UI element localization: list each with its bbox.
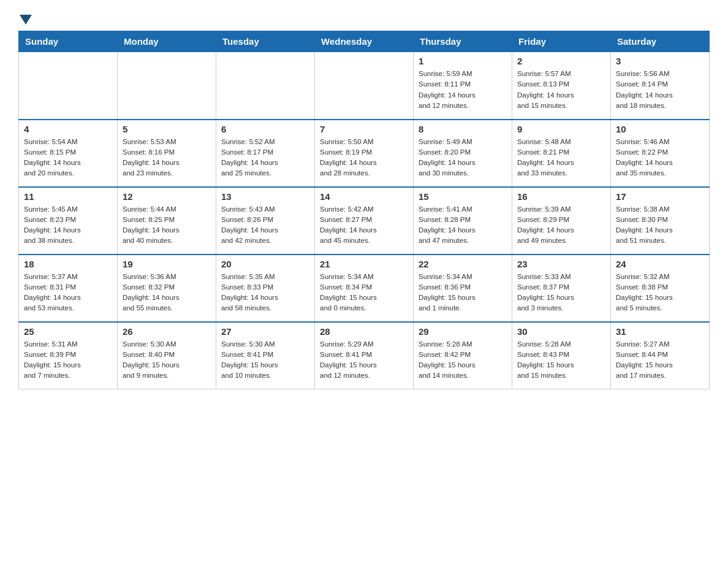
calendar-cell: 1Sunrise: 5:59 AMSunset: 8:11 PMDaylight…	[414, 52, 512, 120]
day-number: 20	[221, 259, 309, 269]
calendar-cell: 21Sunrise: 5:34 AMSunset: 8:34 PMDayligh…	[315, 255, 414, 322]
column-header-sunday: Sunday	[19, 31, 118, 52]
logo	[18, 12, 32, 25]
calendar-cell: 5Sunrise: 5:53 AMSunset: 8:16 PMDaylight…	[118, 120, 216, 187]
calendar-cell: 31Sunrise: 5:27 AMSunset: 8:44 PMDayligh…	[611, 322, 710, 389]
day-number: 11	[24, 191, 112, 202]
day-number: 6	[221, 124, 309, 134]
day-info: Sunrise: 5:57 AMSunset: 8:13 PMDaylight:…	[517, 69, 605, 111]
calendar-cell: 7Sunrise: 5:50 AMSunset: 8:19 PMDaylight…	[315, 120, 414, 187]
day-number: 15	[419, 191, 507, 202]
day-number: 9	[517, 124, 605, 134]
day-info: Sunrise: 5:27 AMSunset: 8:44 PMDaylight:…	[616, 339, 704, 381]
day-info: Sunrise: 5:53 AMSunset: 8:16 PMDaylight:…	[123, 137, 211, 179]
day-info: Sunrise: 5:56 AMSunset: 8:14 PMDaylight:…	[616, 69, 704, 111]
day-number: 3	[616, 56, 704, 66]
day-info: Sunrise: 5:41 AMSunset: 8:28 PMDaylight:…	[419, 204, 507, 247]
day-number: 18	[24, 259, 112, 269]
column-header-tuesday: Tuesday	[216, 31, 315, 52]
calendar-cell: 13Sunrise: 5:43 AMSunset: 8:26 PMDayligh…	[216, 187, 315, 255]
day-info: Sunrise: 5:28 AMSunset: 8:42 PMDaylight:…	[419, 339, 507, 381]
day-info: Sunrise: 5:54 AMSunset: 8:15 PMDaylight:…	[24, 137, 112, 179]
day-number: 21	[320, 259, 408, 269]
day-info: Sunrise: 5:42 AMSunset: 8:27 PMDaylight:…	[320, 204, 408, 247]
day-number: 13	[221, 191, 309, 202]
calendar-cell	[216, 52, 315, 120]
calendar-header-row: SundayMondayTuesdayWednesdayThursdayFrid…	[19, 31, 710, 52]
day-info: Sunrise: 5:48 AMSunset: 8:21 PMDaylight:…	[517, 137, 605, 179]
day-info: Sunrise: 5:49 AMSunset: 8:20 PMDaylight:…	[419, 137, 507, 179]
calendar-cell: 10Sunrise: 5:46 AMSunset: 8:22 PMDayligh…	[611, 120, 710, 187]
day-info: Sunrise: 5:32 AMSunset: 8:38 PMDaylight:…	[616, 272, 704, 314]
page-header	[18, 12, 710, 25]
calendar-cell: 20Sunrise: 5:35 AMSunset: 8:33 PMDayligh…	[216, 255, 315, 322]
calendar-cell	[315, 52, 414, 120]
day-number: 22	[419, 259, 507, 269]
day-number: 31	[616, 326, 704, 337]
calendar-cell: 19Sunrise: 5:36 AMSunset: 8:32 PMDayligh…	[118, 255, 216, 322]
calendar-cell: 9Sunrise: 5:48 AMSunset: 8:21 PMDaylight…	[512, 120, 611, 187]
day-info: Sunrise: 5:30 AMSunset: 8:41 PMDaylight:…	[221, 339, 309, 381]
day-number: 14	[320, 191, 408, 202]
logo-arrow-icon	[20, 15, 32, 25]
day-number: 26	[123, 326, 211, 337]
column-header-wednesday: Wednesday	[315, 31, 414, 52]
day-info: Sunrise: 5:43 AMSunset: 8:26 PMDaylight:…	[221, 204, 309, 247]
calendar-cell: 4Sunrise: 5:54 AMSunset: 8:15 PMDaylight…	[19, 120, 118, 187]
calendar-week-row: 18Sunrise: 5:37 AMSunset: 8:31 PMDayligh…	[19, 255, 710, 322]
day-info: Sunrise: 5:33 AMSunset: 8:37 PMDaylight:…	[517, 272, 605, 314]
day-number: 28	[320, 326, 408, 337]
day-info: Sunrise: 5:50 AMSunset: 8:19 PMDaylight:…	[320, 137, 408, 179]
day-info: Sunrise: 5:35 AMSunset: 8:33 PMDaylight:…	[221, 272, 309, 314]
day-info: Sunrise: 5:44 AMSunset: 8:25 PMDaylight:…	[123, 204, 211, 247]
calendar-cell: 29Sunrise: 5:28 AMSunset: 8:42 PMDayligh…	[414, 322, 512, 389]
day-number: 7	[320, 124, 408, 134]
day-number: 5	[123, 124, 211, 134]
day-number: 1	[419, 56, 507, 66]
calendar-week-row: 1Sunrise: 5:59 AMSunset: 8:11 PMDaylight…	[19, 52, 710, 120]
calendar-cell	[118, 52, 216, 120]
day-info: Sunrise: 5:30 AMSunset: 8:40 PMDaylight:…	[123, 339, 211, 381]
day-info: Sunrise: 5:34 AMSunset: 8:34 PMDaylight:…	[320, 272, 408, 314]
day-number: 30	[517, 326, 605, 337]
column-header-friday: Friday	[512, 31, 611, 52]
day-info: Sunrise: 5:36 AMSunset: 8:32 PMDaylight:…	[123, 272, 211, 314]
day-number: 27	[221, 326, 309, 337]
calendar-cell: 25Sunrise: 5:31 AMSunset: 8:39 PMDayligh…	[19, 322, 118, 389]
day-info: Sunrise: 5:29 AMSunset: 8:41 PMDaylight:…	[320, 339, 408, 381]
calendar-cell: 16Sunrise: 5:39 AMSunset: 8:29 PMDayligh…	[512, 187, 611, 255]
day-number: 2	[517, 56, 605, 66]
day-number: 23	[517, 259, 605, 269]
calendar-cell: 30Sunrise: 5:28 AMSunset: 8:43 PMDayligh…	[512, 322, 611, 389]
column-header-monday: Monday	[118, 31, 216, 52]
day-info: Sunrise: 5:39 AMSunset: 8:29 PMDaylight:…	[517, 204, 605, 247]
day-number: 25	[24, 326, 112, 337]
calendar-cell: 12Sunrise: 5:44 AMSunset: 8:25 PMDayligh…	[118, 187, 216, 255]
calendar-cell: 6Sunrise: 5:52 AMSunset: 8:17 PMDaylight…	[216, 120, 315, 187]
day-info: Sunrise: 5:46 AMSunset: 8:22 PMDaylight:…	[616, 137, 704, 179]
calendar-week-row: 11Sunrise: 5:45 AMSunset: 8:23 PMDayligh…	[19, 187, 710, 255]
day-number: 19	[123, 259, 211, 269]
day-info: Sunrise: 5:37 AMSunset: 8:31 PMDaylight:…	[24, 272, 112, 314]
calendar-cell: 18Sunrise: 5:37 AMSunset: 8:31 PMDayligh…	[19, 255, 118, 322]
calendar-week-row: 25Sunrise: 5:31 AMSunset: 8:39 PMDayligh…	[19, 322, 710, 389]
day-number: 12	[123, 191, 211, 202]
day-info: Sunrise: 5:31 AMSunset: 8:39 PMDaylight:…	[24, 339, 112, 381]
calendar-cell: 14Sunrise: 5:42 AMSunset: 8:27 PMDayligh…	[315, 187, 414, 255]
day-info: Sunrise: 5:45 AMSunset: 8:23 PMDaylight:…	[24, 204, 112, 247]
day-number: 16	[517, 191, 605, 202]
column-header-thursday: Thursday	[414, 31, 512, 52]
day-info: Sunrise: 5:38 AMSunset: 8:30 PMDaylight:…	[616, 204, 704, 247]
day-number: 8	[419, 124, 507, 134]
day-number: 10	[616, 124, 704, 134]
calendar-cell: 28Sunrise: 5:29 AMSunset: 8:41 PMDayligh…	[315, 322, 414, 389]
day-number: 4	[24, 124, 112, 134]
calendar-cell: 15Sunrise: 5:41 AMSunset: 8:28 PMDayligh…	[414, 187, 512, 255]
day-info: Sunrise: 5:34 AMSunset: 8:36 PMDaylight:…	[419, 272, 507, 314]
calendar-cell: 27Sunrise: 5:30 AMSunset: 8:41 PMDayligh…	[216, 322, 315, 389]
calendar-cell: 23Sunrise: 5:33 AMSunset: 8:37 PMDayligh…	[512, 255, 611, 322]
calendar-table: SundayMondayTuesdayWednesdayThursdayFrid…	[18, 31, 710, 389]
calendar-cell: 22Sunrise: 5:34 AMSunset: 8:36 PMDayligh…	[414, 255, 512, 322]
calendar-cell: 17Sunrise: 5:38 AMSunset: 8:30 PMDayligh…	[611, 187, 710, 255]
day-info: Sunrise: 5:52 AMSunset: 8:17 PMDaylight:…	[221, 137, 309, 179]
